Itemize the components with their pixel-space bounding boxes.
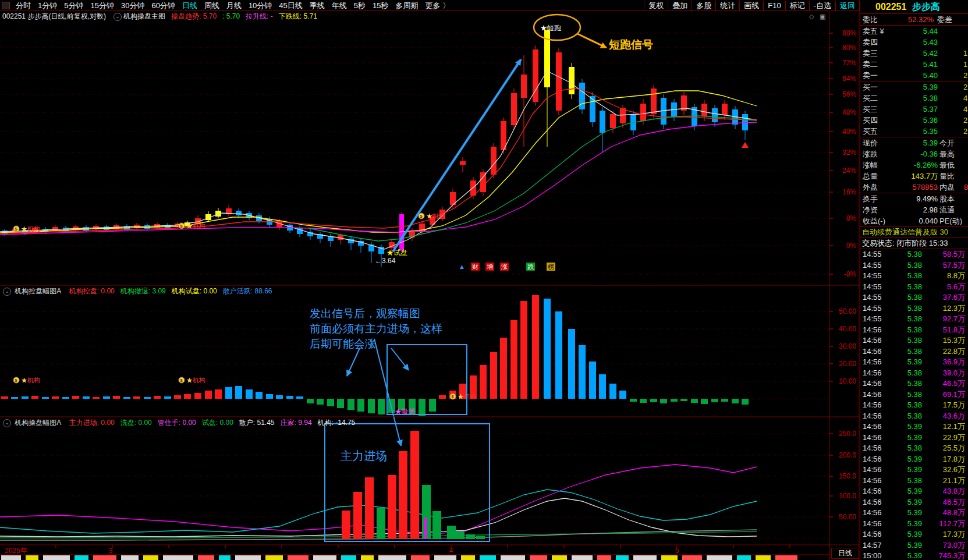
svg-text:★机构: ★机构 <box>186 222 205 229</box>
tick-row: 14:565.3912.1万 <box>860 421 968 433</box>
svg-text:$: $ <box>15 378 17 383</box>
menu-item-分时[interactable]: 分时 <box>12 1 34 10</box>
panel-layout-icon[interactable]: ▣ <box>820 13 825 20</box>
ticker-segment <box>480 555 496 560</box>
tick-row: 14:565.3869.1万 <box>860 389 968 400</box>
quote-info-main: 现价5.39今开涨跌-0.36最高涨幅-6.26%最低总量143.7万量比外盘5… <box>860 137 968 193</box>
tick-row: 14:565.3839.0万 <box>860 368 968 379</box>
tool-item-统计[interactable]: 统计 <box>715 1 739 10</box>
svg-text:$: $ <box>420 214 423 219</box>
tool-item-F10[interactable]: F10 <box>763 1 785 10</box>
menu-item-5秒[interactable]: 5秒 <box>350 1 369 10</box>
svg-text:8%: 8% <box>846 214 857 222</box>
ask-row[interactable]: 卖一5.402 <box>860 70 968 81</box>
bid-row[interactable]: 买五5.352 <box>860 126 968 137</box>
menu-item-5分钟[interactable]: 5分钟 <box>61 1 87 10</box>
header-segment: 拉升线: - <box>246 12 273 20</box>
header-segment: 机构控盘: 0.00 <box>69 287 115 295</box>
quick-tag-▲[interactable]: ▲ <box>458 263 466 271</box>
bid-row[interactable]: 买四5.362 <box>860 115 968 126</box>
annotation-note: 发出信号后，观察幅图 前面必须有主力进场，这样 后期可能会涨 <box>310 306 442 352</box>
menu-item-年线[interactable]: 年线 <box>328 1 350 10</box>
svg-text:72%: 72% <box>842 59 856 67</box>
ticker-segment <box>378 555 406 560</box>
svg-text:★机构: ★机构 <box>426 212 445 219</box>
tool-item-标记[interactable]: 标记 <box>785 1 809 10</box>
chart-canvas[interactable]: $★机构$★机构$★机构$★机构$★机构$★机构★试盘←3.64★吸筹★短跑88… <box>0 0 860 560</box>
panel3-name: 机构操盘幅图A <box>15 419 61 427</box>
menu-item-15分钟[interactable]: 15分钟 <box>87 1 117 10</box>
indicator-dropdown-icon[interactable]: ⌄ <box>114 13 122 21</box>
weicha-label: 委差 <box>937 14 952 25</box>
svg-text:10.00: 10.00 <box>839 377 856 385</box>
menu-item-月线[interactable]: 月线 <box>223 1 245 10</box>
tick-row: 14:555.3892.7万 <box>860 314 968 325</box>
menu-item-多周期[interactable]: 多周期 <box>392 1 422 10</box>
bid-row[interactable]: 买三5.374 <box>860 104 968 115</box>
menu-item-15秒[interactable]: 15秒 <box>369 1 392 10</box>
svg-text:80%: 80% <box>842 44 856 52</box>
svg-text:4: 4 <box>449 547 453 555</box>
tool-item-多股[interactable]: 多股 <box>692 1 715 10</box>
menu-item-周线[interactable]: 周线 <box>201 1 223 10</box>
ticker-segment <box>75 555 88 560</box>
ask-row[interactable]: 卖三5.421 <box>860 48 968 59</box>
menu-item-日线[interactable]: 日线 <box>179 1 201 10</box>
info-row-外盘: 外盘578853内盘8 <box>860 182 968 193</box>
ask-row[interactable]: 卖四5.43 <box>860 37 968 48</box>
tool-item-画线[interactable]: 画线 <box>739 1 763 10</box>
menu-item-1分钟[interactable]: 1分钟 <box>34 1 61 10</box>
bid-row[interactable]: 买一5.392 <box>860 81 968 93</box>
tick-row: 14:565.3943.8万 <box>860 486 968 497</box>
svg-text:20.00: 20.00 <box>839 360 856 368</box>
panel3-header: ⌄ 机构操盘幅图A 主力进场: 0.00洗盘: 0.00管住手: 0.00试盘:… <box>1 418 816 427</box>
panel2-collapse-icon[interactable]: ⌄ <box>3 288 11 296</box>
menu-item-季线[interactable]: 季线 <box>306 1 328 10</box>
license-banner[interactable]: 自动续费通达信普及版 30 <box>860 226 968 238</box>
tick-row: 14:555.3857.5万 <box>860 260 968 271</box>
menu-item-10分钟[interactable]: 10分钟 <box>245 1 275 10</box>
ticker-segment <box>597 555 611 560</box>
period-selector[interactable]: 日线 <box>831 548 859 559</box>
menu-item-30分钟[interactable]: 30分钟 <box>118 1 148 10</box>
svg-text:88%: 88% <box>842 29 856 37</box>
ask-row[interactable]: 卖二5.411 <box>860 59 968 70</box>
quick-tag-跌[interactable]: 跌 <box>526 263 535 271</box>
main-chart-title: 002251 步步高(日线,前复权,对数)⌄机构操盘主图操盘趋势: 5.70: … <box>2 12 806 21</box>
tick-row: 14:555.3812.3万 <box>860 303 968 314</box>
tick-row: 14:565.3917.8万 <box>860 454 968 465</box>
ask-row[interactable]: 卖五 ¥5.44 <box>860 26 968 37</box>
tool-item--自选[interactable]: -自选 <box>809 1 835 10</box>
quick-tag-增[interactable]: 增 <box>485 263 494 271</box>
ticker-segment <box>707 555 732 560</box>
info-row-净资: 净资2.98流通 <box>860 204 968 215</box>
weibi-value: 52.32% <box>882 14 934 25</box>
quote-panel: 002251 步步高 委比 52.32% 委差 卖五 ¥5.44卖四5.43卖三… <box>860 0 968 560</box>
svg-text:$: $ <box>180 224 183 229</box>
quick-tag-涨[interactable]: 涨 <box>500 263 509 271</box>
header-segment: 试盘: 0.00 <box>202 419 233 427</box>
tool-item-返回[interactable]: 返回 <box>835 1 860 10</box>
app-logo-icon[interactable] <box>2 2 10 9</box>
ticker-segment <box>143 555 158 560</box>
tick-row: 14:565.3917.3万 <box>860 529 968 540</box>
svg-text:←3.64: ←3.64 <box>375 257 396 265</box>
bid-row[interactable]: 买二5.384 <box>860 93 968 104</box>
svg-text:-8%: -8% <box>844 270 857 278</box>
menu-item-60分钟[interactable]: 60分钟 <box>148 1 178 10</box>
quick-tag-榜[interactable]: 榜 <box>547 263 555 271</box>
quick-tag-财[interactable]: 财 <box>471 263 480 271</box>
panel3-collapse-icon[interactable]: ⌄ <box>3 419 11 427</box>
annotation-note-line2: 前面必须有主力进场，这样 <box>310 321 442 336</box>
svg-text:★试盘: ★试盘 <box>387 249 407 257</box>
tool-item-叠加[interactable]: 叠加 <box>668 1 692 10</box>
menu-item-45日线[interactable]: 45日线 <box>275 1 306 10</box>
header-segment: 散户活跃: 88.66 <box>223 287 272 295</box>
main-entry-label: 主力进场 <box>341 448 387 464</box>
ticker-segment <box>313 555 336 560</box>
tool-item-复权[interactable]: 复权 <box>644 1 668 10</box>
tick-row: 14:565.3922.9万 <box>860 433 968 444</box>
menu-item-更多 〉[interactable]: 更多 〉 <box>422 1 454 10</box>
ask-list: 卖五 ¥5.44卖四5.43卖三5.421卖二5.411卖一5.402 <box>860 26 968 81</box>
diamond-icon[interactable]: ◇ <box>809 13 814 20</box>
